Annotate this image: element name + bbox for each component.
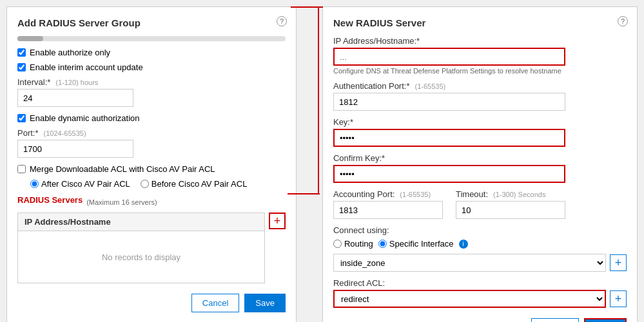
timeout-input[interactable] (456, 201, 565, 219)
connect-label: Connect using: (333, 225, 627, 235)
radio-before[interactable] (141, 180, 149, 188)
enable-interim-row: Enable interim account update (17, 62, 286, 72)
servers-table: IP Address/Hostname No records to displa… (17, 213, 265, 283)
key-input[interactable] (333, 129, 565, 147)
accounting-port-field: Accounting Port: (1-65535) (333, 189, 443, 219)
port-field: Port:* (1024-65535) (17, 128, 286, 158)
timeout-hint: (1-300) Seconds (493, 191, 545, 198)
routing-label: Routing (344, 239, 373, 249)
right-bottom-buttons: Cancel Save (333, 318, 627, 322)
left-panel: Add RADIUS Server Group ? Enable authori… (6, 6, 297, 322)
right-save-button[interactable]: Save (584, 318, 627, 322)
ip-field: IP Address/Hostname:* Configure DNS at T… (333, 36, 627, 75)
port-hint: (1024-65535) (44, 129, 86, 137)
specific-label: Specific Interface (389, 239, 454, 249)
interval-input[interactable] (17, 89, 133, 107)
enable-authorize-label: Enable authorize only (30, 48, 110, 57)
enable-interim-label: Enable interim account update (30, 62, 143, 72)
interval-hint: (1-120) hours (55, 79, 98, 86)
confirm-key-input[interactable] (333, 165, 565, 183)
enable-authorize-row: Enable authorize only (17, 48, 286, 57)
auth-port-input[interactable] (333, 93, 565, 111)
acl-radio-group: After Cisco AV Pair ACL Before Cisco AV … (30, 179, 286, 189)
connect-using-row: Routing Specific Interface i (333, 239, 627, 249)
radio-before-row: Before Cisco AV Pair ACL (141, 179, 248, 189)
redirect-select[interactable]: redirect (333, 290, 606, 308)
merge-acl-checkbox[interactable] (17, 165, 26, 173)
port-label: Port:* (17, 128, 39, 138)
scrollbar-thumb (17, 36, 43, 41)
radio-after-row: After Cisco AV Pair ACL (30, 179, 130, 189)
ip-label: IP Address/Hostname:* (333, 36, 420, 46)
servers-header: RADIUS Servers (Maximum 16 servers) (17, 195, 286, 209)
redirect-select-row: redirect + (333, 290, 627, 308)
scrollbar[interactable] (17, 36, 286, 41)
radio-after[interactable] (30, 180, 39, 188)
accounting-port-input[interactable] (333, 201, 443, 219)
connector-svg (288, 6, 320, 322)
enable-dynamic-checkbox[interactable] (17, 114, 26, 122)
routing-radio[interactable] (333, 240, 342, 248)
interval-field: Interval:* (1-120) hours (17, 77, 286, 107)
port-input[interactable] (17, 140, 133, 158)
redirect-acl-field: Redirect ACL: redirect + (333, 278, 627, 308)
enable-dynamic-label: Enable dynamic authorization (30, 113, 140, 123)
add-redirect-button[interactable]: + (610, 290, 627, 307)
specific-radio[interactable] (378, 240, 387, 248)
key-label: Key:* (333, 117, 353, 127)
right-help-icon[interactable]: ? (618, 16, 628, 26)
add-server-button[interactable]: + (269, 213, 286, 229)
auth-port-hint: (1-65535) (415, 82, 446, 90)
interface-select-row: inside_zone + (333, 254, 627, 272)
table-col-ip: IP Address/Hostname (24, 217, 111, 227)
confirm-key-label: Confirm Key:* (333, 153, 385, 163)
key-field: Key:* (333, 117, 627, 147)
left-cancel-button[interactable]: Cancel (191, 294, 239, 312)
interval-label: Interval:* (17, 77, 50, 87)
right-panel-title: New RADIUS Server (333, 17, 627, 28)
add-interface-button[interactable]: + (610, 254, 627, 271)
merge-acl-row: Merge Downloadable ACL with Cisco AV Pai… (17, 164, 286, 174)
table-body: No records to display (18, 231, 264, 283)
routing-radio-row: Routing (333, 239, 373, 249)
auth-port-label: Authentication Port:* (333, 81, 410, 91)
timeout-field: Timeout: (1-300) Seconds (456, 189, 565, 219)
left-help-icon[interactable]: ? (277, 16, 287, 26)
timeout-label: Timeout: (456, 189, 488, 199)
merge-acl-label: Merge Downloadable ACL with Cisco AV Pai… (30, 164, 215, 174)
interface-select[interactable]: inside_zone (333, 254, 606, 272)
connect-info-icon[interactable]: i (459, 240, 468, 249)
servers-hint: (Maximum 16 servers) (86, 198, 157, 206)
enable-dynamic-row: Enable dynamic authorization (17, 113, 286, 123)
enable-authorize-checkbox[interactable] (17, 48, 26, 57)
table-header: IP Address/Hostname (18, 213, 264, 231)
ip-hint: Configure DNS at Threat Defense Platform… (333, 67, 627, 75)
radio-after-label: After Cisco AV Pair ACL (41, 179, 130, 189)
no-records-text: No records to display (102, 252, 181, 262)
left-panel-title: Add RADIUS Server Group (17, 17, 286, 28)
left-save-button[interactable]: Save (244, 294, 286, 312)
accounting-port-hint: (1-65535) (400, 191, 431, 198)
left-bottom-buttons: Cancel Save (17, 294, 286, 312)
right-cancel-button[interactable]: Cancel (531, 318, 579, 322)
ip-input[interactable] (333, 48, 565, 66)
servers-title: RADIUS Servers (17, 195, 83, 205)
confirm-key-field: Confirm Key:* (333, 153, 627, 183)
redirect-acl-label: Redirect ACL: (333, 278, 385, 288)
right-panel: New RADIUS Server ? IP Address/Hostname:… (322, 6, 638, 322)
radio-before-label: Before Cisco AV Pair ACL (151, 179, 248, 189)
specific-radio-row: Specific Interface (378, 239, 454, 249)
enable-interim-checkbox[interactable] (17, 63, 26, 71)
accounting-port-label: Accounting Port: (333, 189, 395, 199)
auth-port-field: Authentication Port:* (1-65535) (333, 81, 627, 111)
